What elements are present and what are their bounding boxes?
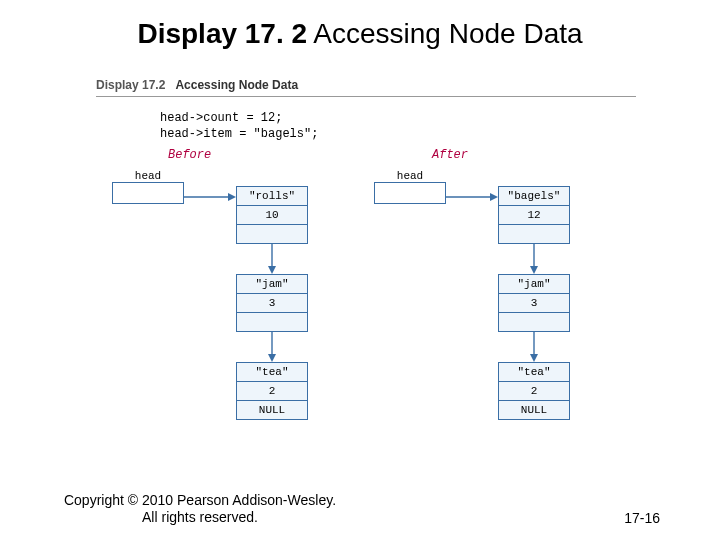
- node-link: [236, 313, 308, 332]
- linked-list-diagrams: head "rolls" 10 "jam" 3 "tea" 2 NULL: [96, 168, 636, 468]
- head-pointer-box: [112, 182, 184, 204]
- node-count: 3: [236, 294, 308, 313]
- node-item: "jam": [236, 274, 308, 294]
- node-item: "tea": [236, 362, 308, 382]
- before-node-2: "jam" 3: [236, 274, 308, 332]
- figure-header: Display 17.2 Accessing Node Data: [96, 78, 636, 97]
- after-node-2: "jam" 3: [498, 274, 570, 332]
- slide-title: Display 17. 2 Accessing Node Data: [0, 18, 720, 50]
- before-node-3: "tea" 2 NULL: [236, 362, 308, 420]
- figure-panel: Display 17.2 Accessing Node Data head->c…: [96, 78, 636, 468]
- node-count: 10: [236, 206, 308, 225]
- node-link: [498, 313, 570, 332]
- node-count: 3: [498, 294, 570, 313]
- node-link: [498, 225, 570, 244]
- svg-marker-11: [490, 193, 498, 201]
- svg-marker-17: [530, 354, 538, 362]
- code-block: head->count = 12; head->item = "bagels";: [160, 111, 636, 142]
- node-count: 12: [498, 206, 570, 225]
- node-item: "tea": [498, 362, 570, 382]
- code-line: head->count = 12;: [160, 111, 636, 127]
- node-item: "rolls": [236, 186, 308, 206]
- svg-marker-14: [530, 266, 538, 274]
- slide-footer: Copyright © 2010 Pearson Addison-Wesley.…: [60, 492, 660, 526]
- node-count: 2: [498, 382, 570, 401]
- page-number: 17-16: [624, 510, 660, 526]
- node-link: [236, 225, 308, 244]
- figure-display-id: Display 17.2: [96, 78, 165, 92]
- svg-marker-5: [268, 266, 276, 274]
- node-link: NULL: [236, 401, 308, 420]
- node-link: NULL: [498, 401, 570, 420]
- head-label: head: [112, 170, 184, 182]
- head-pointer-box: [374, 182, 446, 204]
- node-item: "jam": [498, 274, 570, 294]
- code-line: head->item = "bagels";: [160, 127, 636, 143]
- figure-caption: Accessing Node Data: [175, 78, 298, 92]
- title-bold: Display 17. 2: [137, 18, 307, 49]
- after-node-3: "tea" 2 NULL: [498, 362, 570, 420]
- svg-marker-2: [228, 193, 236, 201]
- title-rest: Accessing Node Data: [307, 18, 583, 49]
- before-label: Before: [168, 148, 211, 162]
- node-count: 2: [236, 382, 308, 401]
- before-node-1: "rolls" 10: [236, 186, 308, 244]
- svg-marker-8: [268, 354, 276, 362]
- after-label: After: [432, 148, 468, 162]
- copyright-text: Copyright © 2010 Pearson Addison-Wesley.…: [60, 492, 340, 526]
- after-node-1: "bagels" 12: [498, 186, 570, 244]
- head-label: head: [374, 170, 446, 182]
- node-item: "bagels": [498, 186, 570, 206]
